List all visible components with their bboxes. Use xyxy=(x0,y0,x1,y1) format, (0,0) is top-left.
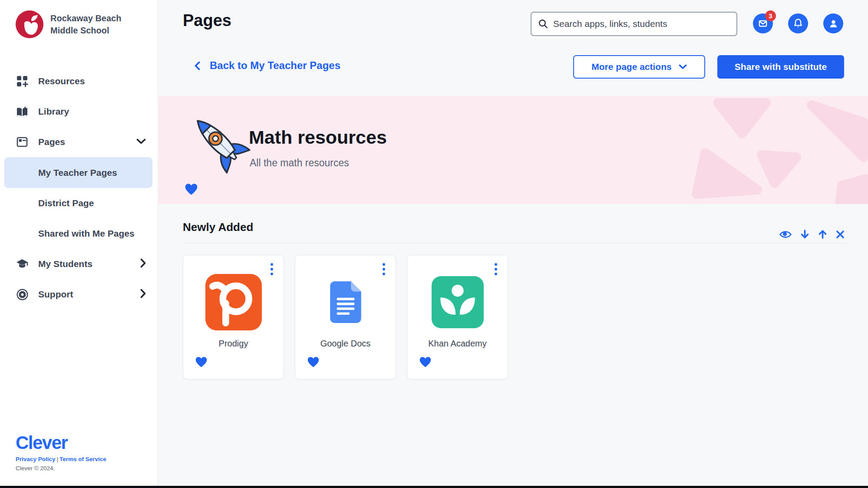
share-with-substitute-label: Share with substitute xyxy=(735,62,827,72)
privacy-policy-link[interactable]: Privacy Policy xyxy=(16,456,56,462)
sidebar-item-label: My Students xyxy=(38,259,92,269)
chevron-down-icon xyxy=(679,64,687,69)
sidebar-item-district-page[interactable]: District Page xyxy=(0,188,158,218)
footer-links-separator: | xyxy=(56,456,60,462)
profile-button[interactable] xyxy=(823,13,843,33)
sidebar-item-label: District Page xyxy=(38,198,94,208)
sidebar-item-support[interactable]: Support xyxy=(0,279,158,310)
clever-logo: Clever xyxy=(16,433,106,452)
eye-icon[interactable] xyxy=(779,230,792,239)
bottom-edge-bar xyxy=(0,486,868,488)
close-icon[interactable] xyxy=(836,230,845,239)
terms-of-service-link[interactable]: Terms of Service xyxy=(59,456,106,462)
search-input[interactable] xyxy=(553,19,736,29)
sidebar-item-pages[interactable]: Pages xyxy=(0,127,158,157)
kebab-menu-icon[interactable] xyxy=(269,261,275,277)
sidebar-nav: Resources Library xyxy=(0,66,158,310)
app-card-list: Prodigy xyxy=(183,255,508,379)
heart-icon[interactable] xyxy=(307,356,320,369)
banner-title: Math resources xyxy=(249,127,387,148)
chevron-right-icon xyxy=(140,289,146,300)
prodigy-app-icon[interactable] xyxy=(205,274,262,330)
back-link-label: Back to My Teacher Pages xyxy=(210,59,340,72)
sidebar-footer: Clever Privacy Policy|Terms of Service C… xyxy=(16,433,106,472)
heart-icon[interactable] xyxy=(195,356,208,369)
more-page-actions-button[interactable]: More page actions xyxy=(573,55,705,79)
back-to-my-teacher-pages-link[interactable]: Back to My Teacher Pages xyxy=(195,59,340,72)
section-title: Newly Added xyxy=(183,221,253,234)
graduation-cap-icon xyxy=(16,259,29,270)
sidebar-item-label: Library xyxy=(38,106,69,117)
heart-icon[interactable] xyxy=(419,356,432,369)
arrow-up-icon[interactable] xyxy=(818,229,827,239)
sidebar-item-label: Resources xyxy=(38,76,85,86)
section-divider xyxy=(183,243,846,243)
library-book-icon xyxy=(16,106,29,117)
banner-decorative-shapes xyxy=(681,96,868,204)
school-header: Rockaway Beach Middle School xyxy=(0,0,158,38)
sidebar-item-label: Shared with Me Pages xyxy=(38,228,135,239)
page-banner: Math resources All the math resources xyxy=(158,96,868,204)
clever-app: Rockaway Beach Middle School Resources xyxy=(0,0,868,488)
school-name: Rockaway Beach Middle School xyxy=(50,12,121,36)
notifications-button[interactable] xyxy=(788,13,808,33)
app-card-khan-academy[interactable]: Khan Academy xyxy=(407,255,508,379)
footer-links: Privacy Policy|Terms of Service xyxy=(16,456,106,462)
kebab-menu-icon[interactable] xyxy=(493,261,499,277)
lifebuoy-icon xyxy=(16,289,29,300)
sidebar-item-label: Pages xyxy=(38,137,65,147)
chevron-right-icon xyxy=(140,258,146,270)
main-content: Pages 3 Back to My Teacher Pages More pa… xyxy=(158,0,868,488)
search-box xyxy=(531,12,737,36)
sidebar-item-label: Support xyxy=(38,289,73,300)
sidebar-item-resources[interactable]: Resources xyxy=(0,66,158,96)
app-card-label: Prodigy xyxy=(183,339,284,349)
app-card-prodigy[interactable]: Prodigy xyxy=(183,255,284,379)
sidebar-item-library[interactable]: Library xyxy=(0,96,158,127)
resources-grid-icon xyxy=(16,76,29,87)
khan-academy-app-icon[interactable] xyxy=(429,274,486,330)
section-controls xyxy=(779,229,845,239)
google-docs-app-icon[interactable] xyxy=(317,274,374,330)
page-title: Pages xyxy=(183,11,231,30)
banner-subtitle: All the math resources xyxy=(250,157,349,169)
kebab-menu-icon[interactable] xyxy=(381,261,387,277)
messages-badge: 3 xyxy=(765,10,776,21)
heart-icon[interactable] xyxy=(185,183,198,197)
messages-button[interactable]: 3 xyxy=(753,13,773,33)
chevron-left-icon xyxy=(195,61,200,70)
search-icon xyxy=(538,19,548,29)
share-with-substitute-button[interactable]: Share with substitute xyxy=(717,55,844,79)
chevron-down-icon[interactable] xyxy=(136,138,146,146)
sidebar-item-my-teacher-pages[interactable]: My Teacher Pages xyxy=(4,157,152,188)
school-logo-apple-icon xyxy=(16,10,43,38)
app-card-label: Khan Academy xyxy=(407,339,508,349)
app-card-google-docs[interactable]: Google Docs xyxy=(295,255,396,379)
copyright-text: Clever © 2024. xyxy=(16,465,106,472)
sidebar: Rockaway Beach Middle School Resources xyxy=(0,0,158,488)
app-card-label: Google Docs xyxy=(295,339,396,349)
pages-window-icon xyxy=(16,136,29,148)
sidebar-item-label: My Teacher Pages xyxy=(38,168,117,178)
sidebar-item-shared-with-me-pages[interactable]: Shared with Me Pages xyxy=(0,218,158,249)
arrow-down-icon[interactable] xyxy=(800,229,809,239)
sidebar-item-my-students[interactable]: My Students xyxy=(0,249,158,279)
more-page-actions-label: More page actions xyxy=(591,62,671,72)
